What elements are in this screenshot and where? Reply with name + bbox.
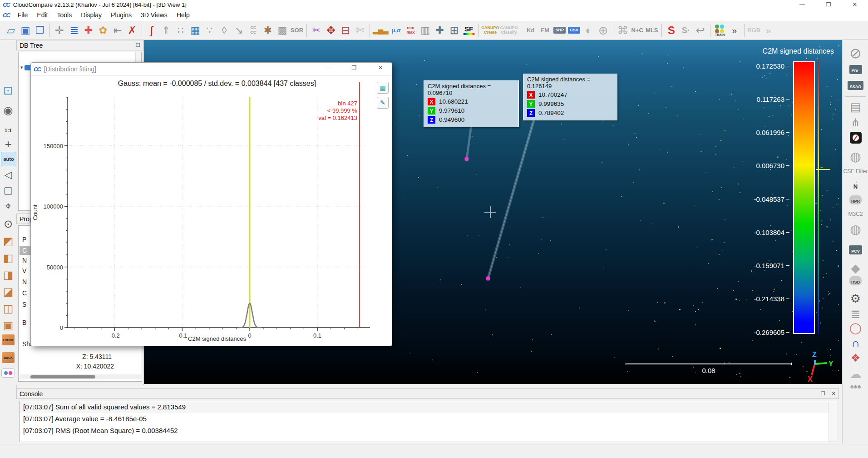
global-zoom-icon[interactable]: + <box>1 137 15 151</box>
canupo-create-icon[interactable]: CANUPOCreate <box>482 23 499 38</box>
export-image-button[interactable]: ✎ <box>377 97 389 109</box>
dialog-maximize-button[interactable]: ❐ <box>348 65 360 74</box>
tree-expand-icon[interactable]: ▾ <box>20 65 23 70</box>
interpolate-sf-icon[interactable]: ↘ <box>232 23 246 38</box>
fullscreen-3d-disabled-icon[interactable]: ⊘ <box>843 45 868 62</box>
point-info-label[interactable]: C2M signed distances = 0.126149X10.70024… <box>523 74 617 120</box>
dialog-close-button[interactable]: ✕ <box>375 65 386 74</box>
animation-plugin-icon[interactable]: ▤ <box>843 100 868 114</box>
gears-plugin-icon[interactable]: ⚙ <box>843 292 868 306</box>
zoom-1-1-icon[interactable]: 1:1 <box>1 124 15 137</box>
hpr-plugin-icon[interactable]: HPR <box>843 195 868 204</box>
view-left-icon[interactable]: ◧ <box>1 251 15 265</box>
menu-edit[interactable]: Edit <box>32 11 52 19</box>
close-button[interactable]: ✕ <box>842 1 868 8</box>
compute-octree-icon[interactable]: ▦ <box>188 23 202 38</box>
point-list-picking-icon[interactable]: ✚ <box>82 23 95 38</box>
view-iso1-icon[interactable]: ◩ <box>1 234 15 248</box>
console-log[interactable]: [07:03:07] Sum of all valid squared valu… <box>19 401 836 442</box>
view-bottom-icon[interactable]: ▣ <box>1 319 15 332</box>
save-all-icon[interactable]: ❒ <box>33 23 47 38</box>
curve-fit-icon[interactable]: S <box>665 23 678 38</box>
bbox-toggle-icon[interactable]: ▢ <box>1 184 15 197</box>
translate-rotate-icon[interactable]: ✥ <box>324 23 338 38</box>
view-back-icon[interactable]: BACK <box>1 351 15 364</box>
kd-tree-icon[interactable]: Kd <box>524 23 538 38</box>
display-options-icon[interactable]: ⊡ <box>1 84 15 97</box>
globe-tool-icon[interactable]: ⊕ <box>597 23 610 38</box>
console-close-icon[interactable]: ✕ <box>832 391 836 397</box>
menu-display[interactable]: Display <box>76 11 106 19</box>
hand-classify-plugin-icon[interactable]: ❖ <box>843 352 868 364</box>
stereo-glasses-icon[interactable] <box>1 366 15 380</box>
picked-point[interactable] <box>465 157 469 161</box>
pick-rotation-center-icon[interactable]: ⌖ <box>1 199 15 213</box>
layers-plugin-icon[interactable]: ≣ <box>843 307 868 321</box>
view-front-icon[interactable]: FRONT <box>1 333 15 347</box>
menu-plugins[interactable]: Plugins <box>106 11 136 19</box>
ellipse-fit-plugin-icon[interactable]: ◯ <box>843 322 868 334</box>
facets-icon[interactable]: FM <box>538 23 552 38</box>
csv-export-icon[interactable]: CSV <box>567 23 581 38</box>
sor-filter-icon[interactable]: SOR <box>290 23 304 38</box>
open-icon[interactable]: ▱ <box>4 23 18 38</box>
zoom-magnifier-icon[interactable]: ⊙ <box>1 217 15 231</box>
match-scales-icon[interactable]: ✿ <box>96 23 110 38</box>
restore-button[interactable]: ❐ <box>815 1 842 8</box>
toolbar-overflow-icon[interactable]: » <box>728 23 741 38</box>
delete-sf-icon[interactable]: ▥ <box>419 23 432 38</box>
pcv-plugin-icon[interactable]: PCV <box>843 245 868 254</box>
canupo-classify-icon[interactable]: CANUPOClassify <box>500 23 518 38</box>
global-shift-icon[interactable]: ✛ <box>53 23 66 38</box>
sf-color-scale-icon[interactable]: SF <box>462 23 476 38</box>
normals-n-icon[interactable]: →N <box>843 179 868 189</box>
sf-calculator-icon[interactable]: ⊞ <box>448 23 461 38</box>
shp-export-icon[interactable]: SHP <box>553 23 567 38</box>
properties-hscrollbar[interactable] <box>20 374 141 379</box>
distribution-fitting-dialog[interactable]: -0.2-0.100.1050000100000150000Gauss: mea… <box>30 62 392 346</box>
segment-tool-icon[interactable]: ✄ <box>353 23 367 38</box>
show-histogram-icon[interactable]: ▂▅▃ <box>373 23 389 38</box>
properties-list-icon[interactable]: ≣ <box>67 23 81 38</box>
menu-file[interactable]: File <box>13 11 33 19</box>
picked-point[interactable] <box>486 277 490 280</box>
export-csv-button[interactable]: ▦ <box>377 82 389 94</box>
plugin-puzzle-icon[interactable]: ⌘ <box>616 23 630 38</box>
db-tree-float-icon[interactable]: ❐ <box>136 42 140 48</box>
shield-plugin-icon[interactable]: ◍ <box>843 149 868 164</box>
unroll-icon[interactable]: ◊ <box>217 23 231 38</box>
ssao-shader-icon[interactable]: SSAO <box>843 81 868 90</box>
cross-section-icon[interactable]: ✂ <box>310 23 323 38</box>
view-iso2-icon[interactable]: ◫ <box>1 302 15 315</box>
dialog-minimize-button[interactable]: — <box>323 65 335 74</box>
menu-help[interactable]: Help <box>172 11 194 19</box>
clipping-box-icon[interactable]: ⊟ <box>339 23 352 38</box>
close-holes-icon[interactable]: ▩ <box>276 23 289 38</box>
edl-shader-icon[interactable]: EDL <box>843 65 868 74</box>
menu-tools[interactable]: Tools <box>52 11 76 19</box>
rgb-tool-icon[interactable]: RGB <box>747 23 761 38</box>
view-right-icon[interactable]: ◨ <box>1 268 15 282</box>
apply-transformation-icon[interactable]: ⇤ <box>111 23 124 38</box>
camera-capture-icon[interactable]: ◉ <box>1 104 15 117</box>
subsample-icon[interactable]: ⇑ <box>159 23 173 38</box>
fit-distribution-icon[interactable]: μ,σ <box>390 23 403 38</box>
sf-min-max-icon[interactable]: minmax <box>404 23 418 38</box>
cloud-cloud-distance-icon[interactable]: CCCC <box>247 23 260 38</box>
magnet-plugin-icon[interactable]: ∩ <box>843 336 868 350</box>
shield2-plugin-icon[interactable]: ◍ <box>843 222 868 237</box>
compass-plugin-icon[interactable] <box>843 132 868 144</box>
toolbar-overflow-2-icon[interactable]: » <box>762 23 775 38</box>
point-info-label[interactable]: C2M signed distances = 0.096710X10.68022… <box>424 80 519 127</box>
sample-points-icon[interactable]: ∵ <box>203 23 217 38</box>
delete-icon[interactable]: ✗ <box>125 23 139 38</box>
view-top-icon[interactable]: ◪ <box>1 285 15 299</box>
sf-add-icon[interactable]: ✚ <box>433 23 447 38</box>
sphere-tool-icon[interactable]: ◐ <box>582 23 596 38</box>
forest-plugin-icon[interactable]: ♣♣♣ <box>843 383 868 390</box>
auto-pick-rotation-center-icon[interactable]: auto <box>1 152 16 166</box>
spline-tool-icon[interactable]: S· <box>679 23 693 38</box>
console-scrollbar[interactable] <box>829 401 836 442</box>
masc-train-icon[interactable]: TRAIN <box>713 23 727 38</box>
noise-filter-icon[interactable]: ∷ <box>174 23 187 38</box>
